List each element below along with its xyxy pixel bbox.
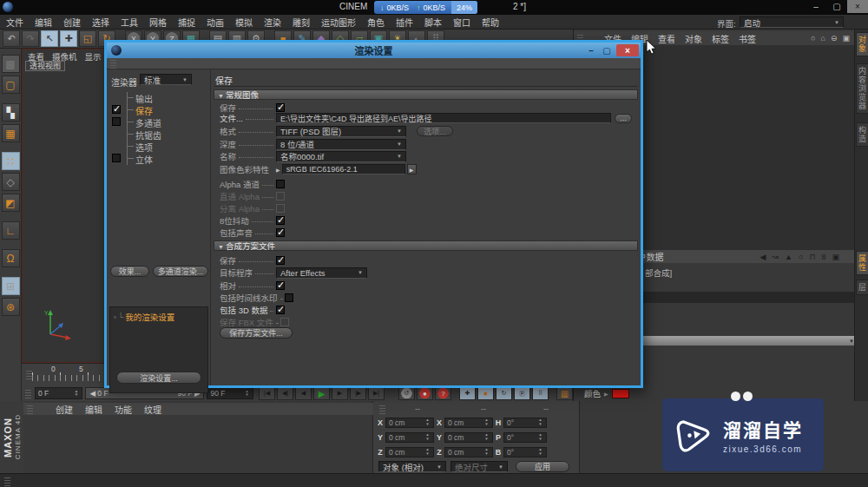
current-frame-spinner[interactable]: 0 F — [35, 387, 82, 399]
relative-checkbox[interactable] — [276, 281, 285, 290]
dither-checkbox[interactable] — [276, 216, 285, 225]
prev-key-button[interactable]: ◀| — [277, 386, 293, 400]
menu-item[interactable]: 纹理 — [144, 403, 161, 416]
menu-item[interactable]: 文件 — [6, 16, 23, 29]
menu-item[interactable]: 创建 — [63, 16, 81, 29]
goto-start-button[interactable]: |◀ — [259, 386, 275, 400]
spinner-arrows-icon[interactable] — [424, 433, 431, 441]
name-format-select[interactable]: 名称0000.tif — [276, 151, 406, 162]
redo-icon[interactable]: ↷ — [22, 30, 39, 47]
scale-x-field[interactable]: 0 cm — [444, 418, 493, 428]
rotation-b-field[interactable]: 0° — [503, 447, 547, 457]
panel-grip[interactable] — [27, 404, 33, 414]
points-mode-icon[interactable]: ∷ — [2, 152, 20, 170]
timeline-grip[interactable] — [26, 369, 32, 379]
goto-end-button[interactable]: ▶| — [368, 386, 385, 400]
menu-item[interactable]: 创建 — [56, 403, 73, 416]
play-button[interactable]: ▶ — [313, 386, 330, 400]
position-z-field[interactable]: 0 cm — [385, 447, 434, 457]
spinner-arrows-icon[interactable] — [244, 390, 250, 398]
workplane-lock-icon[interactable]: ⊞ — [2, 277, 20, 295]
next-frame-button[interactable]: ▶ — [332, 386, 348, 400]
make-editable-icon[interactable]: ▢ — [2, 76, 20, 94]
menu-item[interactable]: 书签 — [739, 32, 756, 45]
viewport-menu-item[interactable]: 显示 — [85, 50, 102, 63]
path-bar-icon[interactable]: ⊖ — [831, 34, 838, 43]
keyframe-pla-toggle[interactable]: ⠿ — [532, 386, 549, 400]
keyframe-position-toggle[interactable]: ✚ — [459, 386, 476, 400]
menu-item[interactable]: 捕捉 — [178, 16, 195, 29]
menu-item[interactable]: 插件 — [396, 16, 413, 29]
tree-item-output[interactable]: 输出 — [127, 92, 153, 104]
tree-item-antialiasing[interactable]: 抗锯齿 — [127, 128, 161, 141]
section-compositing[interactable]: 合成方案文件 — [214, 240, 638, 251]
menu-item[interactable]: 模拟 — [235, 16, 253, 29]
transport-grip[interactable] — [25, 388, 31, 398]
history-back-icon[interactable]: ◀ — [760, 253, 766, 261]
multipass-render-button[interactable]: 多通道渲染... — [153, 266, 208, 277]
menu-item[interactable]: 雕刻 — [293, 16, 310, 29]
tree-item-save[interactable]: 保存 — [127, 104, 153, 116]
coord-mode-select[interactable]: 对象 (相对) — [378, 461, 446, 472]
planar-workplane-icon[interactable]: ⊛ — [2, 298, 20, 316]
my-render-setting-item[interactable]: ▫ └ 我的渲染设置 — [114, 311, 174, 323]
net-speed-widget[interactable]: ↓0KB/S ↑0KB/S 24% — [374, 1, 477, 14]
undo-icon[interactable]: ↶ — [3, 30, 20, 47]
autokey-button[interactable]: ? — [435, 386, 451, 400]
keyframe-rotation-toggle[interactable]: ↻ — [496, 386, 512, 400]
menu-item[interactable]: 渲染 — [264, 16, 281, 29]
material-manager[interactable]: 创建编辑功能纹理 — [23, 401, 373, 473]
spinner-arrows-icon[interactable] — [483, 448, 490, 456]
tab-content-browser[interactable]: 内容浏览器 — [856, 63, 868, 114]
tab-attributes[interactable]: 属性 — [856, 251, 868, 275]
menu-item[interactable]: 功能 — [115, 403, 132, 416]
record-keyframe-button[interactable]: ● — [417, 386, 433, 400]
spinner-arrows-icon[interactable] — [424, 418, 431, 426]
scale-icon[interactable]: ◱ — [79, 30, 96, 47]
apply-button[interactable]: 应用 — [516, 461, 569, 472]
menu-item[interactable]: 动画 — [207, 16, 224, 29]
rotation-p-field[interactable]: 0° — [503, 432, 547, 443]
menu-item[interactable]: 编辑 — [35, 16, 52, 29]
section-regular-image[interactable]: 常规图像 — [214, 89, 638, 100]
live-selection-icon[interactable]: ↖ — [41, 30, 58, 47]
end-frame-spinner[interactable]: 90 F — [207, 387, 253, 399]
tree-item-options[interactable]: 选项 — [127, 141, 153, 153]
maximize-button[interactable]: ▢ — [826, 0, 847, 13]
renderer-select[interactable]: 标准 — [140, 74, 192, 85]
search-icon[interactable]: ○ — [811, 34, 815, 43]
color-swatch[interactable] — [612, 389, 629, 398]
expand-arrow-icon[interactable]: ▶ — [604, 391, 608, 397]
multipass-enabled-checkbox[interactable] — [112, 117, 121, 126]
comp-save-checkbox[interactable] — [276, 256, 285, 265]
menu-item[interactable]: 标签 — [712, 32, 729, 45]
profile-flyout-button[interactable]: ▶ — [407, 164, 417, 174]
render-settings-button[interactable]: 渲染设置... — [116, 372, 201, 384]
menu-item[interactable]: 运动图形 — [321, 16, 356, 29]
prev-frame-button[interactable]: ◀ — [295, 386, 312, 400]
include-3d-data-checkbox[interactable] — [276, 306, 285, 314]
position-x-field[interactable]: 0 cm — [385, 418, 434, 428]
texture-mode-icon[interactable]: ▦ — [2, 124, 20, 142]
include-sound-checkbox[interactable] — [276, 228, 285, 237]
dialog-minimize-button[interactable]: – — [584, 44, 598, 56]
save-project-file-button[interactable]: 保存方案文件... — [220, 327, 293, 339]
timeline-watermark-checkbox[interactable] — [285, 293, 293, 302]
menu-item[interactable]: 角色 — [367, 16, 385, 29]
snapshot-icon[interactable]: 8 — [821, 253, 825, 261]
rotation-h-field[interactable]: 0° — [503, 418, 547, 428]
snap-icon[interactable]: Ω — [2, 249, 20, 267]
polygons-mode-icon[interactable]: ◩ — [2, 194, 20, 212]
spinner-arrows-icon[interactable] — [537, 433, 543, 441]
menu-item[interactable]: 网格 — [149, 16, 167, 29]
panel-icon[interactable]: ▣ — [832, 253, 839, 261]
spinner-arrows-icon[interactable] — [537, 418, 543, 426]
target-application-select[interactable]: After Effects — [276, 267, 367, 279]
save-checkbox[interactable] — [276, 103, 285, 112]
size-mode-select[interactable]: 绝对尺寸 — [450, 461, 508, 472]
menu-item[interactable]: 对象 — [685, 32, 702, 45]
save-enabled-checkbox[interactable] — [112, 105, 121, 114]
file-path-field[interactable]: E:\导出文件夹\C4D 导出路径到AE\导出路径 — [276, 113, 611, 123]
history-forward-icon[interactable]: ▲ — [785, 253, 792, 261]
stereo-enabled-checkbox[interactable] — [112, 154, 121, 162]
